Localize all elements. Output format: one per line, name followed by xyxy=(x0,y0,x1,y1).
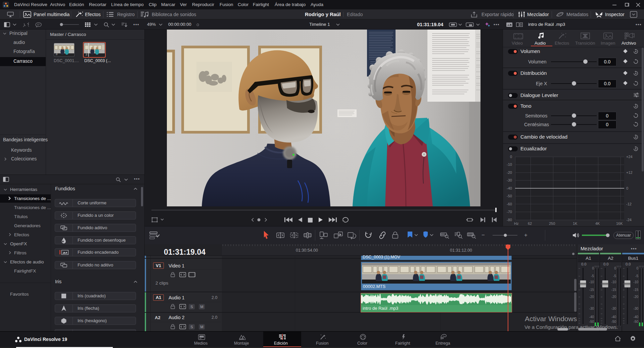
svg-text:01:31:12.00: 01:31:12.00 xyxy=(450,248,472,253)
svg-text:01:30:54.00: 01:30:54.00 xyxy=(296,248,318,253)
svg-text:♫: ♫ xyxy=(85,53,88,56)
svg-text:♫: ♫ xyxy=(55,52,58,56)
